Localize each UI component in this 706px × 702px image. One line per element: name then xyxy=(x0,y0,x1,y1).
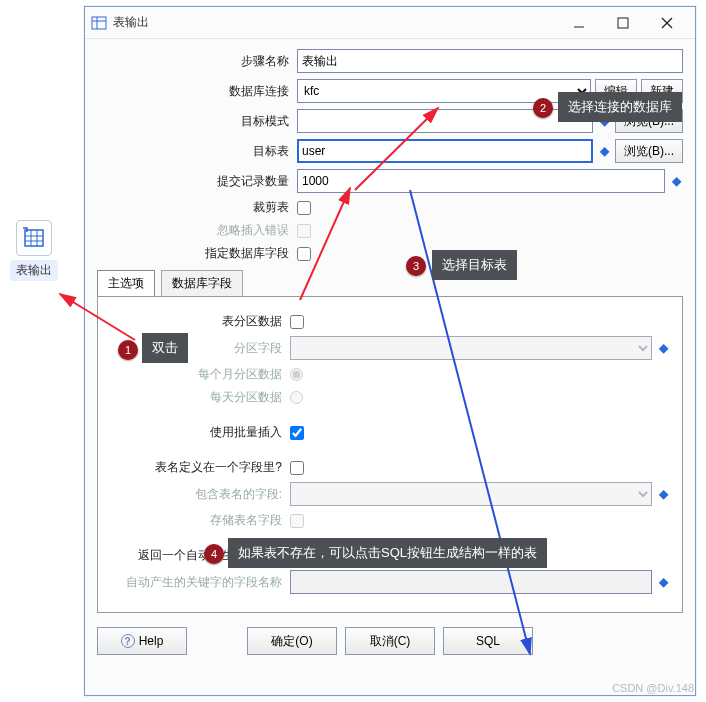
store-table-field-label: 存储表名字段 xyxy=(110,512,290,529)
commit-input[interactable] xyxy=(297,169,665,193)
svg-rect-0 xyxy=(25,230,43,246)
ok-button[interactable]: 确定(O) xyxy=(247,627,337,655)
table-in-field-label: 表名定义在一个字段里? xyxy=(110,459,290,476)
daily-radio xyxy=(290,391,303,404)
variable-icon[interactable]: ◆ xyxy=(656,575,670,589)
help-button[interactable]: ?Help xyxy=(97,627,187,655)
sql-button[interactable]: SQL xyxy=(443,627,533,655)
callout-badge-2: 2 xyxy=(533,98,553,118)
callout-badge-3: 3 xyxy=(406,256,426,276)
table-input[interactable] xyxy=(297,139,593,163)
table-label: 目标表 xyxy=(97,143,297,160)
callout-badge-1: 1 xyxy=(118,340,138,360)
spec-db-fields-label: 指定数据库字段 xyxy=(97,245,297,262)
callout-tip-4: 如果表不存在，可以点击SQL按钮生成结构一样的表 xyxy=(228,538,547,568)
callout-tip-2: 选择连接的数据库 xyxy=(558,92,682,122)
commit-label: 提交记录数量 xyxy=(97,173,297,190)
partition-label: 表分区数据 xyxy=(110,313,290,330)
monthly-label: 每个月分区数据 xyxy=(110,366,290,383)
db-conn-label: 数据库连接 xyxy=(97,83,297,100)
daily-label: 每天分区数据 xyxy=(110,389,290,406)
help-icon: ? xyxy=(121,634,135,648)
partition-checkbox[interactable] xyxy=(290,315,304,329)
palette-item[interactable]: 表输出 xyxy=(10,220,58,281)
truncate-label: 裁剪表 xyxy=(97,199,297,216)
callout-badge-4: 4 xyxy=(204,544,224,564)
callout-tip-1: 双击 xyxy=(142,333,188,363)
schema-label: 目标模式 xyxy=(97,113,297,130)
dialog-actions: ?Help 确定(O) 取消(C) SQL xyxy=(85,619,695,667)
palette-label: 表输出 xyxy=(10,260,58,281)
step-name-input[interactable] xyxy=(297,49,683,73)
window-icon xyxy=(91,15,107,31)
batch-label: 使用批量插入 xyxy=(110,424,290,441)
key-field-input xyxy=(290,570,652,594)
key-field-label: 自动产生的关键字的字段名称 xyxy=(110,574,290,591)
ignore-err-checkbox xyxy=(297,224,311,238)
variable-icon[interactable]: ◆ xyxy=(669,174,683,188)
variable-icon[interactable]: ◆ xyxy=(656,487,670,501)
variable-icon[interactable]: ◆ xyxy=(656,341,670,355)
monthly-radio xyxy=(290,368,303,381)
table-output-icon xyxy=(16,220,52,256)
batch-checkbox[interactable] xyxy=(290,426,304,440)
tab-main[interactable]: 主选项 xyxy=(97,270,155,296)
close-button[interactable] xyxy=(645,8,689,38)
svg-rect-9 xyxy=(618,18,628,28)
form-area: 步骤名称 数据库连接 kfc 编辑 新建 目标模式 ◆ 浏览(B)... 目标表… xyxy=(85,39,695,262)
table-field-select xyxy=(290,482,652,506)
spec-db-fields-checkbox[interactable] xyxy=(297,247,311,261)
table-in-field-checkbox[interactable] xyxy=(290,461,304,475)
step-name-label: 步骤名称 xyxy=(97,53,297,70)
variable-icon[interactable]: ◆ xyxy=(597,144,611,158)
tab-bar: 主选项 数据库字段 xyxy=(97,270,683,296)
ignore-err-label: 忽略插入错误 xyxy=(97,222,297,239)
truncate-checkbox[interactable] xyxy=(297,201,311,215)
titlebar: 表输出 xyxy=(85,7,695,39)
svg-rect-5 xyxy=(92,17,106,29)
store-table-field-checkbox xyxy=(290,514,304,528)
window-title: 表输出 xyxy=(113,14,557,31)
part-field-select xyxy=(290,336,652,360)
table-field-label: 包含表名的字段: xyxy=(110,486,290,503)
cancel-button[interactable]: 取消(C) xyxy=(345,627,435,655)
tab-db-fields[interactable]: 数据库字段 xyxy=(161,270,243,296)
minimize-button[interactable] xyxy=(557,8,601,38)
table-browse-button[interactable]: 浏览(B)... xyxy=(615,139,683,163)
callout-tip-3: 选择目标表 xyxy=(432,250,517,280)
maximize-button[interactable] xyxy=(601,8,645,38)
